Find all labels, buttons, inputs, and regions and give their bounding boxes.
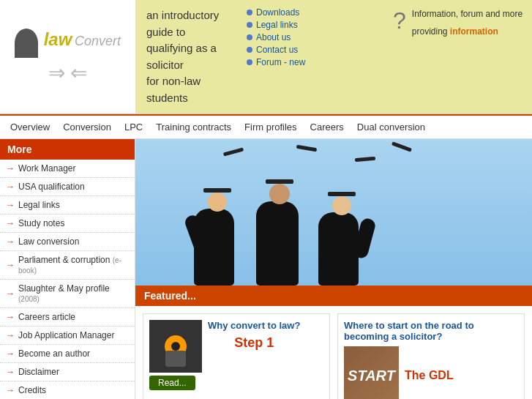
main-content: Featured... Why conv	[135, 139, 532, 399]
sidebar-item-legal-links[interactable]: → Legal links	[0, 196, 135, 215]
logo-person-icon	[15, 29, 38, 58]
nav-firm-profiles[interactable]: Firm profiles	[241, 120, 300, 134]
arrow-icon: →	[6, 385, 15, 395]
header-link-legal[interactable]: Legal links	[247, 20, 378, 30]
arrow-icon: →	[6, 163, 15, 174]
graduates-group	[194, 184, 366, 286]
nav-overview[interactable]: Overview	[7, 120, 53, 134]
nav-lpc[interactable]: LPC	[121, 120, 146, 134]
sidebar: More → Work Manager → USA qualification …	[0, 139, 135, 399]
arrow-icon: →	[6, 288, 15, 299]
card1-title: Why convert to law?	[208, 320, 300, 331]
card2-title: Where to start on the road to becoming a…	[344, 320, 518, 342]
arrow-icon: →	[6, 200, 15, 210]
header-link-about[interactable]: About us	[247, 32, 378, 42]
sidebar-item-job-app[interactable]: → Job Application Manager	[0, 327, 135, 345]
info-highlight: information	[450, 26, 498, 37]
sidebar-item-credits[interactable]: → Credits	[0, 381, 135, 399]
arrow-icon: →	[6, 182, 15, 192]
tagline-area: an introductory guide to qualifying as a…	[135, 0, 239, 113]
sidebar-item-disclaimer[interactable]: → Disclaimer	[0, 363, 135, 381]
card2-subtitle: The GDL	[405, 369, 454, 382]
nav-dual[interactable]: Dual conversion	[354, 120, 428, 134]
logo-area: law Convert ⇒ ⇐	[0, 0, 135, 113]
bullet-icon	[247, 59, 252, 65]
arrow-icon: →	[6, 236, 15, 247]
downloads-link[interactable]: Downloads	[256, 7, 299, 18]
featured-card-2: Where to start on the road to becoming a…	[337, 313, 525, 399]
sidebar-item-parliament[interactable]: → Parliament & corruption (e-book)	[0, 251, 135, 280]
sidebar-item-law-conversion[interactable]: → Law conversion	[0, 233, 135, 251]
arrow-icon: →	[6, 218, 15, 228]
sidebar-item-usa[interactable]: → USA qualification	[0, 178, 135, 196]
providing-text: providing information	[412, 26, 522, 37]
arrow-icon: →	[6, 367, 15, 377]
arrow-icon: →	[6, 348, 15, 359]
graduate-3	[318, 196, 366, 286]
card1-icon	[149, 320, 202, 373]
card2-icon: START	[344, 346, 399, 399]
header-link-forum[interactable]: Forum - new	[247, 57, 378, 67]
header-nav-links: Downloads Legal links About us Contact u…	[239, 0, 386, 113]
arrow-icon: →	[6, 330, 15, 340]
bullet-icon	[247, 22, 252, 28]
forum-link[interactable]: Forum - new	[256, 57, 305, 67]
tagline-line1: an introductory guide to	[146, 7, 228, 40]
graduate-1	[194, 193, 241, 286]
sidebar-item-slaughter[interactable]: → Slaughter & May profile (2008)	[0, 280, 135, 308]
sidebar-item-work-manager[interactable]: → Work Manager	[0, 160, 135, 178]
sidebar-item-careers-article[interactable]: → Careers article	[0, 308, 135, 327]
question-mark-icon: ?	[393, 7, 406, 34]
featured-cards: Why convert to law? Step 1 Read... Where…	[135, 306, 532, 399]
bullet-icon	[247, 10, 252, 15]
nav-conversion[interactable]: Conversion	[60, 120, 114, 134]
nav-training[interactable]: Training contracts	[153, 120, 234, 134]
bullet-icon	[247, 47, 252, 53]
tagline-line2: qualifying as a solicitor	[146, 40, 228, 73]
content-area: More → Work Manager → USA qualification …	[0, 139, 532, 399]
logo-law: law	[44, 29, 72, 49]
main-nav: Overview Conversion LPC Training contrac…	[0, 114, 532, 139]
contact-link[interactable]: Contact us	[256, 45, 298, 55]
graduate-2	[256, 184, 304, 286]
card1-subtitle: Step 1	[208, 335, 300, 351]
hero-image	[135, 139, 532, 286]
card1-read-button[interactable]: Read...	[149, 376, 195, 390]
featured-card-1: Why convert to law? Step 1 Read...	[143, 313, 330, 399]
logo-arrows: ⇒ ⇐	[15, 61, 121, 85]
info-text: Information, forum and more	[412, 7, 522, 20]
nav-careers[interactable]: Careers	[307, 120, 347, 134]
header-link-contact[interactable]: Contact us	[247, 45, 378, 55]
featured-bar: Featured...	[135, 286, 532, 306]
bullet-icon	[247, 34, 252, 40]
info-box: ? Information, forum and more providing …	[386, 0, 532, 113]
legal-links-link[interactable]: Legal links	[256, 20, 298, 30]
featured-label: Featured...	[144, 290, 196, 302]
sidebar-item-study-notes[interactable]: → Study notes	[0, 215, 135, 233]
arrow-icon: →	[6, 260, 15, 270]
logo-convert: Convert	[75, 34, 121, 48]
arrow-icon: →	[6, 312, 15, 322]
header-link-downloads[interactable]: Downloads	[247, 7, 378, 18]
sidebar-header: More	[0, 139, 135, 160]
sidebar-item-become-author[interactable]: → Become an author	[0, 345, 135, 363]
tagline-line3: for non-law students	[146, 73, 228, 106]
about-link[interactable]: About us	[256, 32, 291, 42]
